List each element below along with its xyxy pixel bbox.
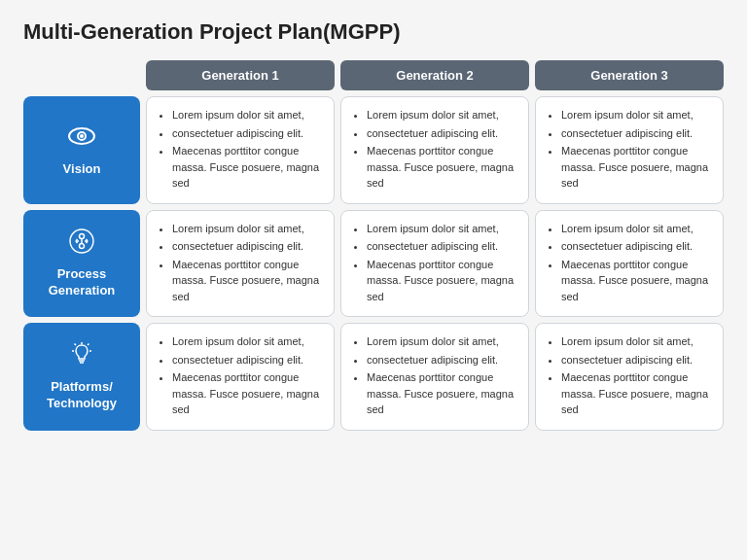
header-gen2: Generation 2 [340, 60, 529, 90]
process-gen2-cell: Lorem ipsum dolor sit amet, consectetuer… [340, 210, 529, 318]
page-title: Multi-Generation Project Plan(MGPP) [23, 19, 724, 45]
vision-gen3-cell: Lorem ipsum dolor sit amet, consectetuer… [535, 96, 724, 204]
process-label: ProcessGeneration [49, 266, 116, 299]
svg-point-4 [80, 233, 85, 238]
platforms-gen1-cell: Lorem ipsum dolor sit amet, consectetuer… [146, 323, 335, 431]
platforms-gen2-cell: Lorem ipsum dolor sit amet, consectetuer… [340, 323, 529, 431]
row-label-platforms: Platforms/Technology [23, 323, 140, 431]
svg-line-18 [75, 344, 77, 346]
header-empty [23, 60, 140, 90]
svg-point-2 [80, 134, 84, 138]
process-gen1-cell: Lorem ipsum dolor sit amet, consectetuer… [146, 210, 335, 318]
vision-gen2-cell: Lorem ipsum dolor sit amet, consectetuer… [340, 96, 529, 204]
mgpp-table: Generation 1 Generation 2 Generation 3 V… [23, 60, 724, 431]
header-gen3: Generation 3 [535, 60, 724, 90]
eye-icon [68, 122, 95, 154]
svg-line-19 [88, 344, 89, 346]
svg-point-5 [80, 243, 85, 248]
vision-gen1-cell: Lorem ipsum dolor sit amet, consectetuer… [146, 96, 335, 204]
platforms-gen3-cell: Lorem ipsum dolor sit amet, consectetuer… [535, 323, 724, 431]
platforms-label: Platforms/Technology [47, 379, 117, 412]
row-label-process: ProcessGeneration [23, 210, 140, 318]
header-gen1: Generation 1 [146, 60, 335, 90]
row-label-vision: Vision [23, 96, 140, 204]
vision-label: Vision [63, 161, 101, 178]
process-icon [68, 228, 95, 259]
lightbulb-icon [68, 340, 95, 371]
process-gen3-cell: Lorem ipsum dolor sit amet, consectetuer… [535, 210, 724, 318]
